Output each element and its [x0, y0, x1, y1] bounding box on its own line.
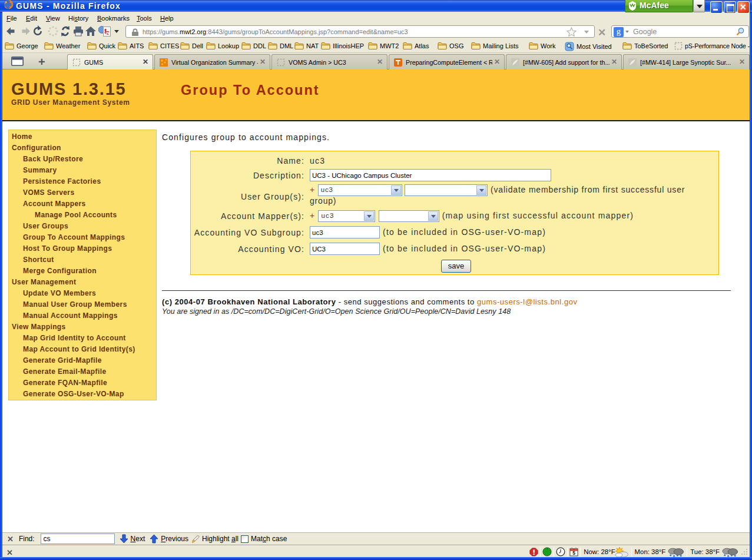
- svg-text:5: 5: [572, 550, 575, 556]
